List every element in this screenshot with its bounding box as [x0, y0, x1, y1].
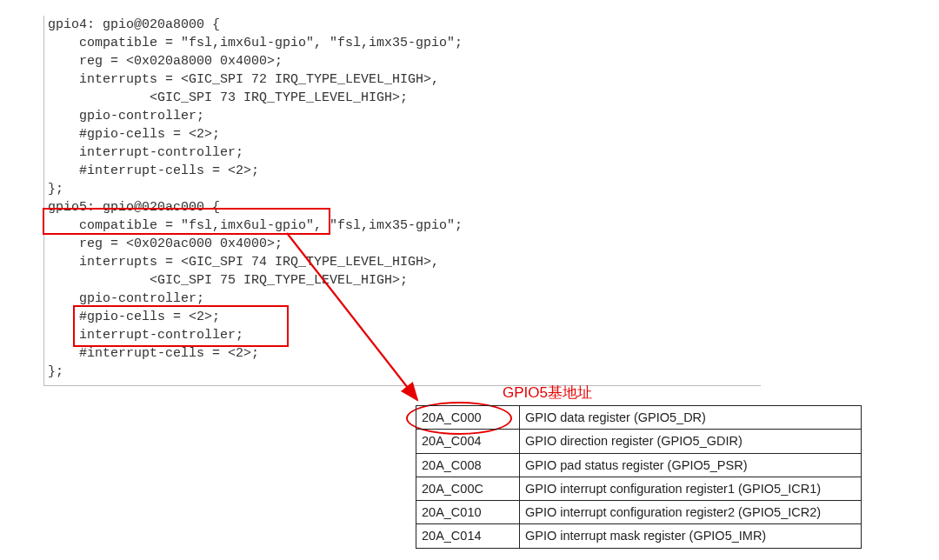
code-line: <GIC_SPI 73 IRQ_TYPE_LEVEL_HIGH>; — [48, 89, 761, 107]
table-row: 20A_C008GPIO pad status register (GPIO5_… — [416, 453, 862, 477]
highlight-box-gpio5-node — [43, 208, 330, 235]
code-line: <GIC_SPI 75 IRQ_TYPE_LEVEL_HIGH>; — [48, 271, 761, 290]
code-line: reg = <0x020a8000 0x4000>; — [48, 52, 761, 70]
code-line: compatible = "fsl,imx6ul-gpio", "fsl,imx… — [48, 34, 761, 52]
code-line: interrupt-controller; — [48, 143, 761, 162]
code-line: }; — [48, 363, 761, 381]
code-line: gpio4: gpio@020a8000 { — [48, 16, 761, 34]
register-name: GPIO interrupt configuration register2 (… — [520, 501, 862, 524]
register-name: GPIO direction register (GPIO5_GDIR) — [520, 430, 862, 453]
highlight-box-gpio-controller — [73, 305, 289, 347]
register-address: 20A_C00C — [416, 477, 520, 500]
register-name: GPIO interrupt configuration register1 (… — [520, 477, 862, 500]
register-table: 20A_C000GPIO data register (GPIO5_DR)20A… — [416, 405, 862, 549]
table-row: 20A_C010GPIO interrupt configuration reg… — [416, 501, 862, 524]
code-line: gpio-controller; — [48, 107, 761, 125]
table-row: 20A_C000GPIO data register (GPIO5_DR) — [416, 406, 862, 430]
annotation-label: GPIO5基地址 — [503, 383, 592, 403]
register-address: 20A_C004 — [416, 430, 520, 453]
register-address: 20A_C014 — [416, 524, 520, 548]
code-line: }; — [48, 180, 761, 198]
register-name: GPIO interrupt mask register (GPIO5_IMR) — [520, 524, 862, 548]
register-address: 20A_C000 — [416, 406, 520, 430]
register-address: 20A_C010 — [416, 501, 520, 524]
table-row: 20A_C014GPIO interrupt mask register (GP… — [416, 524, 862, 548]
table-row: 20A_C004GPIO direction register (GPIO5_G… — [416, 430, 862, 453]
code-line: interrupts = <GIC_SPI 74 IRQ_TYPE_LEVEL_… — [48, 253, 761, 271]
register-address: 20A_C008 — [416, 453, 520, 477]
code-line: #gpio-cells = <2>; — [48, 125, 761, 143]
code-line: #interrupt-cells = <2>; — [48, 162, 761, 180]
register-name: GPIO data register (GPIO5_DR) — [520, 406, 862, 430]
code-line: reg = <0x020ac000 0x4000>; — [48, 235, 761, 253]
register-name: GPIO pad status register (GPIO5_PSR) — [520, 453, 862, 477]
code-line: #interrupt-cells = <2>; — [48, 344, 761, 363]
code-line: interrupts = <GIC_SPI 72 IRQ_TYPE_LEVEL_… — [48, 70, 761, 89]
table-row: 20A_C00CGPIO interrupt configuration reg… — [416, 477, 862, 500]
